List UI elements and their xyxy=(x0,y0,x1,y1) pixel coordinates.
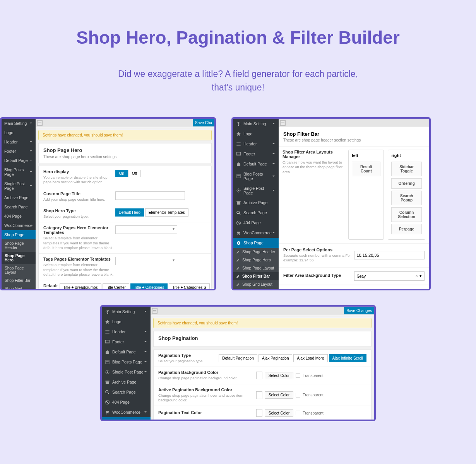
select-color-button[interactable]: Select Color xyxy=(265,372,293,379)
bgcolor-label: Pagination Background Color xyxy=(158,370,256,375)
pill-sidebar-toggle[interactable]: Sidebar Toggle xyxy=(391,162,422,176)
nav-header[interactable]: Header xyxy=(102,327,151,337)
nav-woocommerce[interactable]: WooCommerce xyxy=(102,407,151,417)
ptype-label: Pagination Type xyxy=(158,353,219,358)
pill-result-count[interactable]: Result Count xyxy=(352,162,380,176)
cat-tpl-dropdown[interactable] xyxy=(115,225,177,234)
pencil-icon xyxy=(236,266,240,270)
search-icon xyxy=(105,390,110,395)
custom-title-input[interactable] xyxy=(115,191,185,200)
pill-perpage[interactable]: Perpage xyxy=(391,224,422,234)
page-subtitle: Did we exaggerate a little? A field gene… xyxy=(8,67,468,94)
select-color-button[interactable]: Select Color xyxy=(265,391,293,399)
nav-blog-posts[interactable]: Blog Posts Page xyxy=(2,165,36,179)
toggle-off[interactable]: Off xyxy=(128,170,141,177)
select-color-button[interactable]: Select Color xyxy=(265,409,293,417)
subnav-p2-hero[interactable]: Shop Page Hero xyxy=(233,256,279,264)
nav-archive[interactable]: Archive Page xyxy=(233,198,279,208)
nav-404[interactable]: 404 Page xyxy=(233,218,279,228)
nav-footer[interactable]: Footer xyxy=(233,149,279,159)
subnav-shop-header[interactable]: Shop Page Header xyxy=(2,239,36,252)
subnav-p2-layout[interactable]: Shop Page Layout xyxy=(233,264,279,272)
save-button[interactable]: Save Cha xyxy=(193,119,214,126)
menu-toggle-icon[interactable] xyxy=(280,120,286,126)
layout-opt-4[interactable]: Title + Categories S xyxy=(169,283,210,289)
nav-shop-page[interactable]: Shop Page xyxy=(102,417,151,420)
svg-point-13 xyxy=(237,211,240,213)
nav-search[interactable]: Search Page xyxy=(2,202,36,212)
nav-logo[interactable]: Logo xyxy=(2,128,36,137)
nav-logo[interactable]: Logo xyxy=(102,317,151,327)
nav-search[interactable]: Search Page xyxy=(233,208,279,218)
nav-footer[interactable]: Footer xyxy=(2,147,36,156)
save-button[interactable]: Save Changes xyxy=(344,307,374,314)
ptype-ajax[interactable]: Ajax Pagination xyxy=(259,354,293,362)
nav-main-setting[interactable]: Main Setting xyxy=(233,119,279,129)
nav-search[interactable]: Search Page xyxy=(102,387,151,397)
nav-single-post[interactable]: Single Post Page xyxy=(2,179,36,193)
layouts-label: Default Hero Layouts xyxy=(43,283,60,289)
nav-shop-page[interactable]: Shop Page xyxy=(2,230,36,239)
layout-opt-3[interactable]: Title + Categories xyxy=(130,283,168,289)
block-icon xyxy=(105,400,110,405)
pill-ordering[interactable]: Ordering xyxy=(391,178,422,189)
nav-footer[interactable]: Footer xyxy=(102,337,151,347)
ptype-default[interactable]: Default Pagination xyxy=(219,354,257,362)
archive-icon xyxy=(105,380,110,385)
nav-logo[interactable]: Logo xyxy=(233,129,279,139)
subnav-p2-filter[interactable]: Shop Filter Bar xyxy=(233,272,279,280)
transparent-checkbox[interactable] xyxy=(296,393,300,397)
hero-type-elementor[interactable]: Elementor Templates xyxy=(145,208,188,217)
subnav-shop-layout[interactable]: Shop Page Layout xyxy=(2,264,36,276)
nav-woocommerce[interactable]: WooCommerce xyxy=(233,228,279,238)
layout-opt-1[interactable]: Title + Breadcrumbs xyxy=(60,283,101,289)
menu-toggle-icon[interactable] xyxy=(152,308,158,314)
ptype-infinite[interactable]: Ajax Infinite Scroll xyxy=(329,354,366,362)
nav-main-setting[interactable]: Main Setting xyxy=(2,119,36,128)
nav-main-setting[interactable]: Main Setting xyxy=(102,307,151,317)
nav-shop-page[interactable]: Shop Page xyxy=(233,238,279,248)
subnav-p2-product[interactable]: Shop Product Style xyxy=(233,288,279,289)
nav-woocommerce[interactable]: WooCommerce xyxy=(2,221,36,230)
toggle-on[interactable]: On xyxy=(115,170,128,177)
subnav-p2-header[interactable]: Shop Page Header xyxy=(233,248,279,256)
ptype-loadmore[interactable]: Ajax Load More xyxy=(293,354,327,362)
hero-type-default[interactable]: Default Hero xyxy=(115,208,144,217)
nav-archive[interactable]: Archive Page xyxy=(2,193,36,202)
nav-default-page[interactable]: Default Page xyxy=(233,159,279,169)
nav-default-page[interactable]: Default Page xyxy=(102,347,151,357)
subnav-p2-grid[interactable]: Shop Grid Layout xyxy=(233,280,279,288)
nav-archive[interactable]: Archive Page xyxy=(102,377,151,387)
pill-search-popup[interactable]: Search Popup xyxy=(391,191,422,205)
transparent-checkbox[interactable] xyxy=(296,373,300,378)
ptype-desc: Select your pagination type. xyxy=(158,359,219,363)
nav-single-post[interactable]: Single Post Page xyxy=(233,183,279,198)
tag-tpl-dropdown[interactable] xyxy=(115,257,177,265)
color-swatch[interactable] xyxy=(256,391,262,399)
nav-blog-posts[interactable]: Blog Posts Page xyxy=(102,357,151,367)
bg-type-select[interactable]: Gray×▾ xyxy=(354,271,425,281)
nav-blog-posts[interactable]: Blog Posts Page xyxy=(233,169,279,183)
svg-point-34 xyxy=(108,413,108,414)
nav-404[interactable]: 404 Page xyxy=(102,397,151,407)
nav-header[interactable]: Header xyxy=(233,139,279,149)
layout-opt-2[interactable]: Title Center xyxy=(103,283,129,289)
subnav-shop-hero[interactable]: Shop Page Hero xyxy=(2,252,36,264)
nav-default-page[interactable]: Default Page xyxy=(2,156,36,165)
nav-single-post[interactable]: Single Post Page xyxy=(102,367,151,377)
abgcolor-desc: Change shop page pagination hover and ac… xyxy=(158,393,256,403)
color-swatch[interactable] xyxy=(256,372,262,379)
transparent-checkbox[interactable] xyxy=(296,411,300,415)
section-title: Shop Page Hero xyxy=(43,147,207,153)
nav-header[interactable]: Header xyxy=(2,137,36,147)
nav-404[interactable]: 404 Page xyxy=(2,212,36,221)
menu-toggle-icon[interactable] xyxy=(37,120,43,126)
pencil-icon xyxy=(236,275,240,278)
subnav-filter-bar[interactable]: Shop Filter Bar xyxy=(2,276,36,285)
col-left-header: left xyxy=(352,153,380,158)
subnav-grid[interactable]: Shop Grid Layout xyxy=(2,285,36,289)
svg-point-33 xyxy=(106,413,107,414)
color-swatch[interactable] xyxy=(256,409,262,417)
pill-column-selection[interactable]: Column Selection xyxy=(391,207,422,222)
perpage-input[interactable] xyxy=(354,251,425,259)
